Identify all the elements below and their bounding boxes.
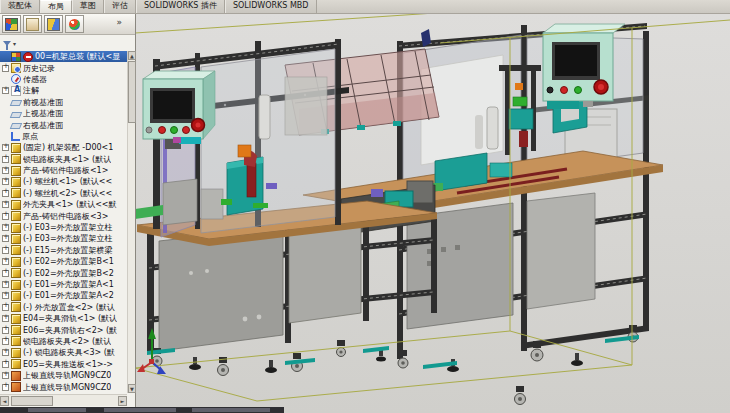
tree-item-icon [10,100,22,106]
tree-item[interactable]: 原点 [0,131,127,142]
tree-item-label: 前视基准面 [23,97,63,108]
tree-item[interactable]: (固定) 机架装配 -D00<1 [0,142,127,153]
expand-icon[interactable] [2,144,9,151]
scroll-down-icon[interactable]: ▼ [128,384,136,393]
vertical-scroll-thumb[interactable] [128,61,136,123]
ribbon-tab[interactable]: 装配体 [0,0,40,13]
tree-item[interactable]: 上银直线导轨MGN9CZ0 [0,370,127,381]
tree-item[interactable]: (-) E01=外壳放置架A<1 [0,279,127,290]
tree-filter-row: ▾ [0,35,135,52]
scroll-up-icon[interactable]: ▲ [128,51,136,60]
tree-item-label: (-) 螺丝机<2> (默认<< [23,188,112,199]
tree-item-icon [11,314,21,324]
ribbon-tab[interactable]: 评估 [104,0,136,13]
tree-item[interactable]: 产品-铸铝件电路板<3> [0,210,127,221]
tree-item[interactable]: E06=夹具滑轨右<2> (默 [0,324,127,335]
tree-item[interactable]: (-) E02=外壳放置架B<1 [0,256,127,267]
tree-item[interactable]: 历史记录 [0,62,127,73]
tree-item-label: (-) E03=外壳放置架立柱 [23,222,113,233]
horizontal-scroll-thumb[interactable] [11,396,53,406]
expand-icon[interactable] [2,87,9,94]
ribbon-tab[interactable]: SOLIDWORKS 插件 [136,0,225,13]
tree-item-label: 外壳夹具<1> (默认<<默 [23,199,117,210]
tree-item[interactable]: 外壳夹具<1> (默认<<默 [0,199,127,210]
tree-item[interactable]: 注解 [0,85,127,96]
ribbon-tab[interactable]: 布局 [40,0,72,13]
tree-item[interactable]: (-) E03=外壳放置架立柱 [0,222,127,233]
tree-item[interactable]: 前视基准面 [0,97,127,108]
tree-item-icon [11,223,21,233]
expand-icon[interactable] [2,247,9,254]
expand-icon[interactable] [2,190,9,197]
tree-item[interactable]: (-) E01=外壳放置架A<2 [0,290,127,301]
tree-item-label: 上银直线导轨MGN9CZ0 [23,370,111,381]
tree-vertical-scrollbar[interactable]: ▲ ▼ [127,51,135,393]
tree-item-icon [11,359,21,369]
expand-icon[interactable] [2,349,9,356]
tree-item-label: (固定) 机架装配 -D00<1 [23,142,113,153]
manager-tabs-overflow[interactable]: » [116,17,125,27]
tree-item[interactable]: E05=夹具推送板<1>-> [0,359,127,370]
viewport-3d[interactable] [135,13,730,413]
expand-icon[interactable] [2,292,9,299]
propertymanager-tab[interactable] [23,15,42,33]
graphics-area[interactable] [135,13,730,413]
expand-icon[interactable] [2,65,9,72]
tree-item[interactable]: 传感器 [0,74,127,85]
tree-item[interactable]: (-) E03=外壳放置架立柱 [0,233,127,244]
tree-item[interactable]: (-) E02=外壳放置架B<2 [0,267,127,278]
tree-item-label: 上视基准面 [23,108,63,119]
tree-item[interactable]: (-) 螺丝机<2> (默认<< [0,188,127,199]
expand-icon[interactable] [2,315,9,322]
expand-icon[interactable] [2,281,9,288]
tree-item[interactable]: 00=机架总装 (默认<显 [0,51,127,62]
expand-icon[interactable] [2,384,9,391]
tree-item-icon [11,291,21,301]
filter-icon[interactable] [3,41,11,46]
expand-icon[interactable] [2,235,9,242]
expand-icon[interactable] [2,258,9,265]
expand-icon[interactable] [2,224,9,231]
tree-item-label: 上银直线导轨MGN9CZ0 [23,382,111,393]
displaymanager-tab[interactable] [65,15,84,33]
expand-icon[interactable] [2,304,9,311]
tree-item[interactable]: 上银直线导轨MGN9CZ0 [0,381,127,392]
expand-icon[interactable] [2,270,9,277]
expand-icon[interactable] [2,338,9,345]
filter-caret-icon[interactable]: ▾ [13,40,16,47]
expand-icon[interactable] [2,361,9,368]
tree-item-label: (-) E02=外壳放置架B<1 [23,256,114,267]
expand-icon[interactable] [2,372,9,379]
expand-icon[interactable] [2,156,9,163]
tree-item[interactable]: 右视基准面 [0,119,127,130]
ribbon-tab[interactable]: SOLIDWORKS MBD [225,0,317,13]
tree-item-icon [11,257,21,267]
tree-item-label: 传感器 [23,74,47,85]
tree-item-icon [11,154,21,164]
tree-item[interactable]: (-) E15=外壳放置架横梁 [0,245,127,256]
tree-item-label: (-) E01=外壳放置架A<2 [23,290,114,301]
tree-item[interactable]: 产品-铸铝件电路板<1> [0,165,127,176]
configurationmanager-tab[interactable] [44,15,63,33]
tree-item[interactable]: (-) 螺丝机<1> (默认<< [0,176,127,187]
tree-horizontal-scrollbar[interactable]: ◄ ► [0,394,127,406]
scroll-left-icon[interactable]: ◄ [0,396,9,406]
expand-icon[interactable] [2,213,9,220]
expand-icon[interactable] [2,167,9,174]
tree-item-label: 00=机架总装 (默认<显 [35,51,120,62]
scroll-right-icon[interactable]: ► [118,396,127,406]
ribbon-tab[interactable]: 草图 [72,0,104,13]
tree-item[interactable]: (-) 外壳放置盒<2> (默认 [0,302,127,313]
expand-icon[interactable] [2,327,9,334]
tree-item-icon [11,177,21,187]
tree-item[interactable]: (-) 锁电路板夹具<3> (默 [0,347,127,358]
expand-icon[interactable] [2,201,9,208]
expand-icon[interactable] [2,178,9,185]
featuremanager-tab[interactable] [2,15,21,33]
tree-item[interactable]: 锁电路板夹具<2> (默认 [0,336,127,347]
tree-item[interactable]: 上视基准面 [0,108,127,119]
tree-item[interactable]: 锁电路板夹具<1> (默认 [0,154,127,165]
tree-item-icon [11,74,21,84]
tree-item-icon [11,371,21,381]
tree-item[interactable]: E04=夹具滑轨<1> (默认 [0,313,127,324]
